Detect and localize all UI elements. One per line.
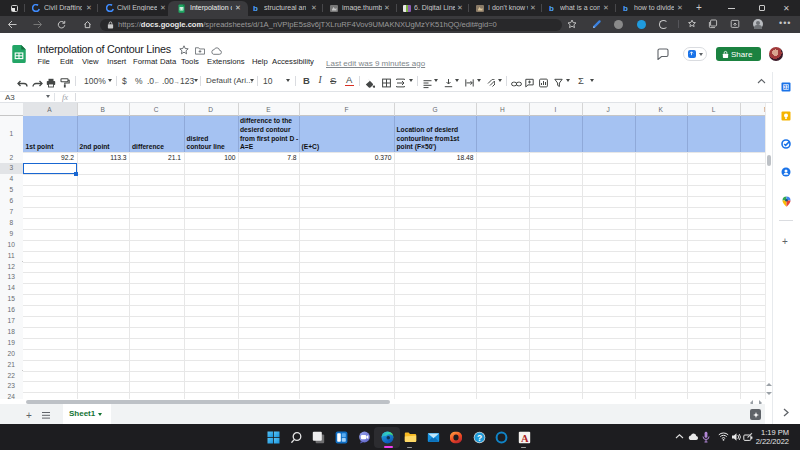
svg-text:A: A (520, 432, 528, 443)
svg-text:31: 31 (783, 85, 789, 90)
svg-text:?: ? (476, 432, 481, 442)
